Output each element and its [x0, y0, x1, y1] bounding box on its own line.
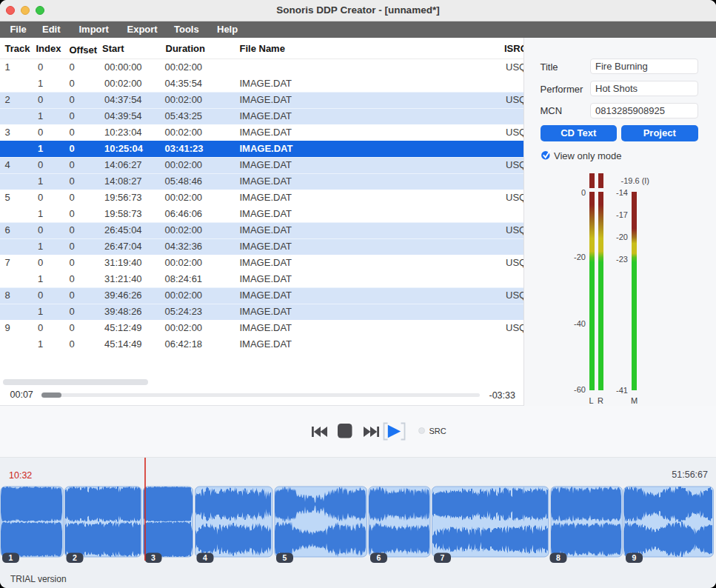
svg-text:4: 4	[203, 553, 207, 562]
svg-text:5: 5	[283, 553, 287, 562]
svg-text:9: 9	[632, 553, 637, 562]
svg-text:1: 1	[9, 553, 13, 562]
svg-text:6: 6	[377, 553, 381, 562]
svg-text:8: 8	[556, 553, 561, 562]
svg-text:2: 2	[73, 553, 77, 562]
svg-text:7: 7	[441, 553, 445, 562]
svg-text:3: 3	[151, 553, 155, 562]
